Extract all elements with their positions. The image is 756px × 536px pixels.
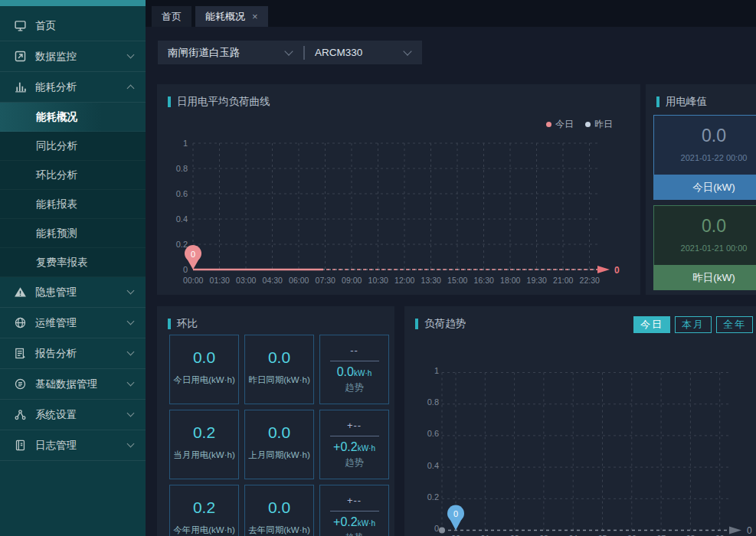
stat-label: 今年用电(kW·h): [170, 525, 238, 536]
sidebar-top-strip: [0, 0, 146, 6]
chevron-down-icon: [127, 287, 135, 295]
sidebar-item-data-monitor[interactable]: 数据监控: [0, 41, 146, 72]
tab-energy-overview[interactable]: 能耗概况 ×: [195, 6, 268, 27]
station-select[interactable]: 南闸街道白玉路: [158, 41, 303, 64]
stat-label: 上月同期(kW·h): [245, 449, 313, 461]
axis-arrow-icon: [597, 266, 610, 273]
grid-vertical: [193, 143, 590, 270]
sidebar-item-system-settings[interactable]: 系统设置: [0, 400, 146, 430]
axis-tick-label: 1: [407, 364, 439, 377]
sidebar-item-tariff-report[interactable]: 复费率报表: [0, 248, 146, 277]
sidebar-item-mom-analysis[interactable]: 环比分析: [0, 161, 146, 190]
title-accent-bar: [168, 319, 171, 329]
sidebar-submenu: 能耗概况 同比分析 环比分析 能耗报表 能耗预测 复费率报表: [0, 103, 146, 277]
sidebar-subitem-label: 能耗报表: [36, 198, 77, 210]
trend-label: 趋势: [320, 456, 388, 469]
sidebar-item-label: 日志管理: [35, 439, 128, 453]
sidebar-item-base-data-mgmt[interactable]: 基础数据管理: [0, 369, 146, 400]
sidebar-item-energy-analysis[interactable]: 能耗分析: [0, 72, 146, 103]
load-trend-panel: 负荷趋势 今日 本月 全年 0 0: [404, 306, 756, 536]
sidebar-subitem-label: 能耗概况: [36, 111, 77, 123]
nodes-settings-icon: [14, 408, 27, 421]
sidebar-item-report-analysis[interactable]: 报告分析: [0, 338, 146, 369]
bar-chart-icon: [14, 80, 27, 93]
close-icon[interactable]: ×: [252, 11, 258, 21]
tab-label: 能耗概况: [205, 10, 245, 24]
stat-card-last-year-usage: 0.0 去年同期(kW·h): [244, 485, 314, 536]
axis-tick-label: 0: [157, 263, 188, 276]
marker-value: 0: [453, 509, 458, 518]
sidebar-item-label: 隐患管理: [35, 286, 128, 299]
trend-delta: +0.2: [333, 440, 358, 453]
load-curve-panel: 日用电平均负荷曲线 今日 昨日: [157, 84, 640, 295]
sidebar-item-label: 数据监控: [35, 50, 128, 64]
axis-tick-label: 12:00: [391, 276, 418, 285]
fraction-divider: [330, 361, 379, 361]
stat-value: 0.2: [170, 498, 238, 517]
sidebar-item-energy-forecast[interactable]: 能耗预测: [0, 219, 146, 248]
axis-tick-label: 09:00: [339, 276, 365, 285]
trend-unit: kW·h: [358, 519, 375, 528]
axis-tick-label: 19:30: [524, 276, 551, 285]
axis-origin-dot: [439, 528, 445, 534]
sidebar-item-log-mgmt[interactable]: 日志管理: [0, 430, 146, 461]
axis-end-value: 0: [747, 525, 752, 536]
sidebar-item-hazard-mgmt[interactable]: 隐患管理: [0, 277, 146, 308]
sidebar-item-energy-report[interactable]: 能耗报表: [0, 190, 146, 219]
sidebar: 首页 数据监控 能耗分析 能耗概况: [0, 0, 146, 536]
chevron-down-icon: [403, 47, 411, 55]
tab-bar: 首页 能耗概况 ×: [146, 0, 756, 27]
sidebar-item-yoy-analysis[interactable]: 同比分析: [0, 132, 146, 161]
peak-card-label: 今日(kW): [653, 175, 756, 200]
sidebar-nav: 首页 数据监控 能耗分析 能耗概况: [0, 6, 146, 461]
device-select[interactable]: ARCM330: [305, 41, 422, 64]
axis-tick-label: 0.2: [157, 238, 188, 250]
sidebar-subitem-label: 同比分析: [36, 140, 77, 152]
trend-card-year: +-- +0.2kW·h 趋势: [319, 485, 389, 536]
trend-numerator: +--: [320, 495, 388, 506]
stat-value: 0.2: [170, 423, 238, 442]
peak-value: 0.0: [654, 216, 756, 237]
peak-card-today: 0.0 2021-01-22 00:00 今日(kW): [653, 115, 756, 200]
axis-tick-label: 15:00: [444, 276, 471, 285]
axis-tick-label: 0.4: [407, 459, 439, 472]
circled-list-icon: [14, 377, 27, 391]
tab-home[interactable]: 首页: [152, 6, 191, 27]
sidebar-subitem-label: 能耗预测: [36, 227, 77, 239]
stat-label: 当月用电(kW·h): [170, 449, 238, 461]
sidebar-item-ops-mgmt[interactable]: 运维管理: [0, 308, 146, 338]
trend-numerator: +--: [320, 420, 388, 431]
axis-end-value: 0: [614, 265, 620, 276]
chevron-down-icon: [127, 410, 135, 417]
chevron-down-icon: [127, 348, 135, 356]
peak-card-label: 昨日(kW): [653, 265, 756, 290]
axis-tick-label: 10:30: [365, 276, 392, 285]
home-monitor-icon: [14, 19, 27, 32]
grid-horizontal: [193, 143, 600, 244]
chevron-down-icon: [127, 440, 135, 448]
peak-panel: 用电峰值 0.0 2021-01-22 00:00 今日(kW) 0.0 202…: [646, 84, 756, 295]
title-accent-bar: [656, 96, 659, 107]
axis-tick-label: 0.8: [157, 162, 188, 175]
axis-arrow-icon: [729, 527, 741, 534]
marker-value: 0: [191, 250, 195, 259]
stat-card-year-usage: 0.2 今年用电(kW·h): [169, 485, 239, 536]
report-document-icon: [14, 347, 27, 360]
load-curve-chart: 0 0: [157, 84, 640, 295]
panel-title-text: 环比: [177, 317, 198, 331]
axis-tick-label: 0.6: [407, 427, 439, 440]
peak-timestamp: 2021-01-22 00:00: [654, 153, 756, 162]
panel-title-text: 用电峰值: [666, 95, 707, 109]
data-monitor-icon: [14, 50, 27, 63]
axis-tick-label: 0: [407, 522, 439, 534]
chevron-down-icon: [127, 318, 135, 325]
axis-tick-label: 01:30: [207, 276, 234, 285]
chevron-down-icon: [127, 379, 135, 387]
ring-comparison-panel: 环比 0.0 今日用电(kW·h) 0.0 昨日同期(kW·h) -- 0.0k…: [157, 306, 394, 536]
stat-card-yesterday-usage: 0.0 昨日同期(kW·h): [244, 335, 314, 404]
sidebar-item-label: 运维管理: [35, 316, 128, 330]
sidebar-item-label: 首页: [35, 19, 133, 33]
sidebar-item-energy-overview[interactable]: 能耗概况: [0, 103, 146, 132]
y-axis-labels: 10.80.60.40.20: [407, 364, 439, 534]
sidebar-item-home[interactable]: 首页: [0, 11, 146, 41]
